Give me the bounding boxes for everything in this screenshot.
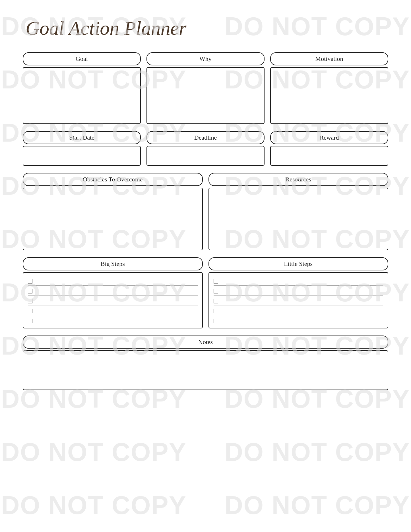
resources-group: Resources <box>208 173 389 250</box>
obstacles-section: Obstacles To Overcome Resources <box>23 173 388 250</box>
little-step-checkbox-3[interactable] <box>214 299 218 303</box>
motivation-group: Motivation <box>270 52 388 124</box>
why-group: Why <box>146 52 265 124</box>
resources-label: Resources <box>208 173 389 186</box>
big-steps-label: Big Steps <box>23 257 203 270</box>
notes-group: Notes <box>23 336 388 390</box>
page-title: Goal Action Planner <box>23 14 388 41</box>
start-date-input[interactable] <box>23 146 141 166</box>
title-svg: Goal Action Planner <box>23 14 193 40</box>
little-step-checkbox-1[interactable] <box>214 279 218 283</box>
big-step-row-1[interactable] <box>28 276 198 285</box>
little-steps-label: Little Steps <box>208 257 389 270</box>
big-step-checkbox-1[interactable] <box>28 279 32 283</box>
little-step-checkbox-2[interactable] <box>214 289 218 293</box>
big-step-row-4[interactable] <box>28 305 198 315</box>
goal-input[interactable] <box>23 67 141 124</box>
why-input[interactable] <box>146 67 265 124</box>
goal-group: Goal <box>23 52 141 124</box>
notes-section: Notes <box>23 336 388 390</box>
obstacles-group: Obstacles To Overcome <box>23 173 203 250</box>
big-step-row-3[interactable] <box>28 295 198 305</box>
top-section: Goal Why Motivation <box>23 52 388 124</box>
big-steps-container <box>23 272 203 328</box>
goal-label: Goal <box>23 52 141 65</box>
little-step-row-4[interactable] <box>214 305 383 315</box>
big-step-checkbox-2[interactable] <box>28 289 32 293</box>
little-step-row-1[interactable] <box>214 276 383 285</box>
little-step-row-2[interactable] <box>214 285 383 295</box>
big-step-checkbox-4[interactable] <box>28 309 32 313</box>
reward-label: Reward <box>270 131 388 144</box>
big-step-row-2[interactable] <box>28 285 198 295</box>
page: Goal Action Planner Goal Why Motivation … <box>0 0 411 532</box>
notes-input[interactable] <box>23 350 388 390</box>
little-step-checkbox-5[interactable] <box>214 319 218 323</box>
dates-section: Start Date Deadline Reward <box>23 131 388 166</box>
start-date-group: Start Date <box>23 131 141 166</box>
motivation-input[interactable] <box>270 67 388 124</box>
motivation-label: Motivation <box>270 52 388 65</box>
reward-input[interactable] <box>270 146 388 166</box>
obstacles-input[interactable] <box>23 188 203 250</box>
deadline-label: Deadline <box>146 131 265 144</box>
little-step-row-3[interactable] <box>214 295 383 305</box>
little-step-row-5[interactable] <box>214 315 383 325</box>
notes-label: Notes <box>23 336 388 349</box>
deadline-group: Deadline <box>146 131 265 166</box>
reward-group: Reward <box>270 131 388 166</box>
little-step-checkbox-4[interactable] <box>214 309 218 313</box>
start-date-label: Start Date <box>23 131 141 144</box>
big-step-checkbox-5[interactable] <box>28 319 32 323</box>
resources-input[interactable] <box>208 188 389 250</box>
obstacles-label: Obstacles To Overcome <box>23 173 203 186</box>
little-steps-container <box>208 272 389 328</box>
steps-section: Big Steps Little Steps <box>23 257 388 328</box>
big-steps-group: Big Steps <box>23 257 203 328</box>
why-label: Why <box>146 52 265 65</box>
svg-text:Goal Action Planner: Goal Action Planner <box>26 17 187 39</box>
big-step-checkbox-3[interactable] <box>28 299 32 303</box>
little-steps-group: Little Steps <box>208 257 389 328</box>
deadline-input[interactable] <box>146 146 265 166</box>
big-step-row-5[interactable] <box>28 315 198 325</box>
